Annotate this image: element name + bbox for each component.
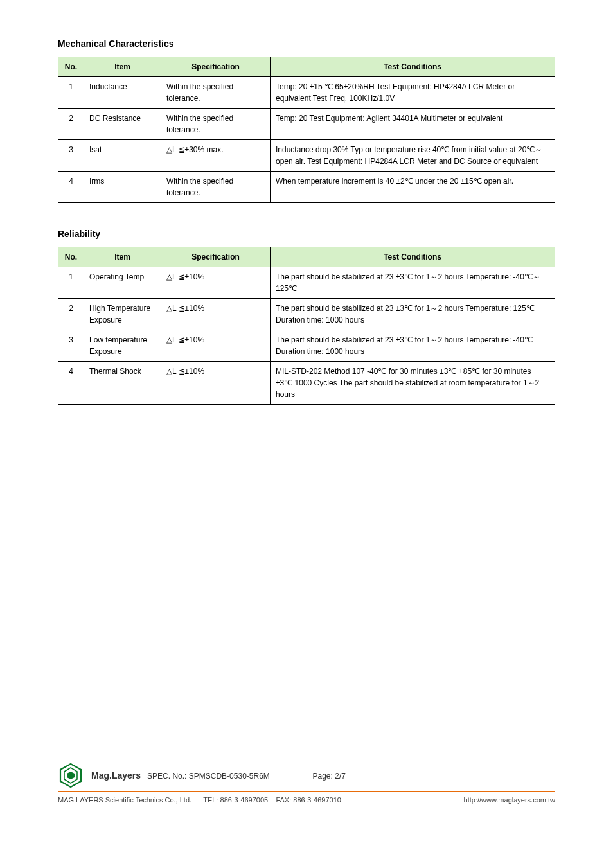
cell-cond: Temp: 20 ±15 ℃ 65±20%RH Test Equipment: … [271,77,555,109]
cell-item: Operating Temp [84,267,161,299]
table-row: 3 Isat △L ≦±30% max. Inductance drop 30%… [58,140,555,172]
col-item: Item [84,57,161,77]
col-spec: Specification [161,247,271,267]
cell-spec: △L ≦±30% max. [161,140,271,172]
svg-marker-2 [67,772,75,779]
cell-cond: When temperature increment is 40 ±2℃ und… [271,172,555,203]
cell-item: Low temperature Exposure [84,330,161,362]
table-row: 1 Operating Temp △L ≦±10% The part shoul… [58,267,555,299]
cell-cond: The part should be stabilized at 23 ±3℃ … [271,299,555,330]
footer: Mag.Layers SPEC. No.: SPMSCDB-0530-5R6M … [58,763,555,804]
cell-cond: Inductance drop 30% Typ or temperature r… [271,140,555,172]
cell-spec: △L ≦±10% [161,330,271,362]
cell-cond: The part should be stabilized at 23 ±3℃ … [271,330,555,362]
cell-no: 4 [58,362,84,405]
footer-text-block: Mag.Layers SPEC. No.: SPMSCDB-0530-5R6M … [91,770,346,781]
mechanical-title: Mechanical Characteristics [58,39,555,49]
brand-name: Mag.Layers [91,770,141,781]
cell-cond: Temp: 20 Test Equipment: Agilent 34401A … [271,109,555,140]
col-cond: Test Conditions [271,247,555,267]
cell-item: Irms [84,172,161,203]
table-row: 4 Irms Within the specified tolerance. W… [58,172,555,203]
company-name: MAG.LAYERS Scientific Technics Co., Ltd. [58,796,191,804]
table-row: 4 Thermal Shock △L ≦±10% MIL-STD-202 Met… [58,362,555,405]
cell-spec: △L ≦±10% [161,267,271,299]
mechanical-section: Mechanical Characteristics No. Item Spec… [58,39,555,203]
cell-item: Thermal Shock [84,362,161,405]
table-row: 3 Low temperature Exposure △L ≦±10% The … [58,330,555,362]
table-row: 2 DC Resistance Within the specified tol… [58,109,555,140]
table-row: 1 Inductance Within the specified tolera… [58,77,555,109]
cell-spec: △L ≦±10% [161,299,271,330]
tel-label: TEL: [203,796,218,804]
website-url: http://www.maglayers.com.tw [464,796,555,804]
cell-cond: MIL-STD-202 Method 107 -40℃ for 30 minut… [271,362,555,405]
cell-no: 3 [58,330,84,362]
cell-item: High Temperature Exposure [84,299,161,330]
table-header-row: No. Item Specification Test Conditions [58,247,555,267]
cell-spec: △L ≦±10% [161,362,271,405]
cell-spec: Within the specified tolerance. [161,172,271,203]
col-no: No. [58,247,84,267]
table-header-row: No. Item Specification Test Conditions [58,57,555,77]
cell-item: DC Resistance [84,109,161,140]
cell-item: Inductance [84,77,161,109]
cell-no: 4 [58,172,84,203]
footer-divider [58,791,555,792]
cell-no: 3 [58,140,84,172]
cell-spec: Within the specified tolerance. [161,109,271,140]
tel-value: 886-3-4697005 [220,796,269,804]
cell-cond: The part should be stabilized at 23 ±3℃ … [271,267,555,299]
spec-no-label: SPEC. No.: [147,772,186,781]
cell-spec: Within the specified tolerance. [161,77,271,109]
cell-no: 2 [58,299,84,330]
page-label: Page: [313,772,333,781]
cell-item: Isat [84,140,161,172]
col-spec: Specification [161,57,271,77]
reliability-table: No. Item Specification Test Conditions 1… [58,247,555,405]
col-item: Item [84,247,161,267]
reliability-title: Reliability [58,229,555,239]
footer-bar: MAG.LAYERS Scientific Technics Co., Ltd.… [58,796,555,804]
cell-no: 2 [58,109,84,140]
page-value: 2/7 [335,772,346,781]
fax-label: FAX: [276,796,291,804]
col-no: No. [58,57,84,77]
fax-value: 886-3-4697010 [293,796,341,804]
col-cond: Test Conditions [271,57,555,77]
mechanical-table: No. Item Specification Test Conditions 1… [58,57,555,203]
brand-logo-icon [58,763,84,788]
cell-no: 1 [58,77,84,109]
spec-no-value: SPMSCDB-0530-5R6M [189,772,270,781]
table-row: 2 High Temperature Exposure △L ≦±10% The… [58,299,555,330]
reliability-section: Reliability No. Item Specification Test … [58,229,555,405]
cell-no: 1 [58,267,84,299]
footer-logo-row: Mag.Layers SPEC. No.: SPMSCDB-0530-5R6M … [58,763,555,788]
